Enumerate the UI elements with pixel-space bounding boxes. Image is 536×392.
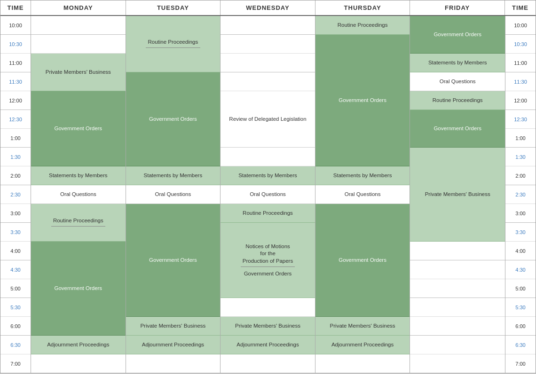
header-friday: FRIDAY bbox=[410, 0, 505, 15]
time-r-300: 3:00 bbox=[505, 204, 536, 223]
wednesday-routine: Routine Proceedings bbox=[221, 204, 315, 223]
friday-oral-questions: Oral Questions bbox=[410, 72, 505, 91]
friday-column: Government Orders Statements by Members … bbox=[410, 16, 505, 373]
wednesday-review: Review of Delegated Legislation bbox=[221, 91, 315, 148]
header-tuesday: TUESDAY bbox=[126, 0, 221, 15]
tuesday-routine-divider bbox=[146, 47, 200, 48]
wednesday-events: Review of Delegated Legislation Statemen… bbox=[221, 16, 315, 373]
time-r-1230: 12:30 bbox=[505, 110, 536, 129]
header-thursday: THURSDAY bbox=[315, 0, 410, 15]
time-200: 2:00 bbox=[0, 166, 31, 185]
time-1130: 11:30 bbox=[0, 72, 31, 91]
time-430: 4:30 bbox=[0, 260, 31, 279]
tuesday-gov-orders-1: Government Orders bbox=[126, 72, 221, 166]
thursday-statements: Statements by Members bbox=[315, 166, 410, 185]
wednesday-notices-block: Notices of Motions for the Production of… bbox=[221, 223, 315, 298]
wednesday-oral-questions: Oral Questions bbox=[221, 185, 315, 204]
time-r-230: 2:30 bbox=[505, 185, 536, 204]
monday-adjournment: Adjournment Proceedings bbox=[31, 336, 126, 354]
thursday-gov-orders-2: Government Orders bbox=[315, 204, 410, 317]
time-1100: 11:00 bbox=[0, 54, 31, 72]
time-r-630: 6:30 bbox=[505, 336, 536, 354]
header-monday: MONDAY bbox=[31, 0, 126, 15]
time-330: 3:30 bbox=[0, 223, 31, 242]
tuesday-private-members: Private Members' Business bbox=[126, 317, 221, 336]
time-1200: 12:00 bbox=[0, 91, 31, 110]
friday-private-members: Private Members' Business bbox=[410, 148, 505, 242]
time-r-530: 5:30 bbox=[505, 298, 536, 317]
time-r-1200: 12:00 bbox=[505, 91, 536, 110]
thursday-gov-orders-1: Government Orders bbox=[315, 35, 410, 166]
monday-gov-orders-2: Government Orders bbox=[31, 242, 126, 336]
grid-body: 10:00 10:30 11:00 11:30 12:00 12:30 1:00… bbox=[0, 16, 536, 373]
thursday-adjournment: Adjournment Proceedings bbox=[315, 336, 410, 354]
time-r-1130: 11:30 bbox=[505, 72, 536, 91]
monday-statements: Statements by Members bbox=[31, 166, 126, 185]
header-time-left: TIME bbox=[0, 0, 31, 15]
time-1230: 12:30 bbox=[0, 110, 31, 129]
time-r-130: 1:30 bbox=[505, 148, 536, 166]
wednesday-private-members: Private Members' Business bbox=[221, 317, 315, 336]
time-r-1030: 10:30 bbox=[505, 35, 536, 54]
friday-gov-orders-1: Government Orders bbox=[410, 16, 505, 54]
time-column-right: 10:00 10:30 11:00 11:30 12:00 12:30 1:00… bbox=[505, 16, 536, 373]
tuesday-column: Routine Proceedings Government Orders St… bbox=[126, 16, 221, 373]
friday-statements: Statements by Members bbox=[410, 54, 505, 72]
tuesday-adjournment: Adjournment Proceedings bbox=[126, 336, 221, 354]
time-500: 5:00 bbox=[0, 279, 31, 298]
time-300: 3:00 bbox=[0, 204, 31, 223]
thursday-routine: Routine Proceedings bbox=[315, 16, 410, 35]
time-r-500: 5:00 bbox=[505, 279, 536, 298]
header-time-right: TIME bbox=[505, 0, 536, 15]
header-row: TIME MONDAY TUESDAY WEDNESDAY THURSDAY F… bbox=[0, 0, 536, 16]
time-630: 6:30 bbox=[0, 336, 31, 354]
friday-routine: Routine Proceedings bbox=[410, 91, 505, 110]
monday-events: Private Members' Business Government Ord… bbox=[31, 16, 126, 373]
thursday-column: Routine Proceedings Government Orders St… bbox=[315, 16, 410, 373]
time-r-430: 4:30 bbox=[505, 260, 536, 279]
wednesday-adjournment: Adjournment Proceedings bbox=[221, 336, 315, 354]
header-wednesday: WEDNESDAY bbox=[221, 0, 315, 15]
tuesday-events: Routine Proceedings Government Orders St… bbox=[126, 16, 221, 373]
monday-routine: Routine Proceedings bbox=[31, 204, 126, 242]
monday-routine-divider bbox=[51, 226, 106, 227]
wednesday-statements: Statements by Members bbox=[221, 166, 315, 185]
time-r-100: 1:00 bbox=[505, 129, 536, 148]
time-100: 1:00 bbox=[0, 129, 31, 148]
time-130: 1:30 bbox=[0, 148, 31, 166]
time-530: 5:30 bbox=[0, 298, 31, 317]
time-r-700: 7:00 bbox=[505, 354, 536, 373]
time-r-1000: 10:00 bbox=[505, 16, 536, 35]
time-1000: 10:00 bbox=[0, 16, 31, 35]
schedule-container: TIME MONDAY TUESDAY WEDNESDAY THURSDAY F… bbox=[0, 0, 536, 374]
monday-oral-questions: Oral Questions bbox=[31, 185, 126, 204]
time-700: 7:00 bbox=[0, 354, 31, 373]
thursday-events: Routine Proceedings Government Orders St… bbox=[315, 16, 410, 373]
wednesday-column: Review of Delegated Legislation Statemen… bbox=[221, 16, 315, 373]
friday-events: Government Orders Statements by Members … bbox=[410, 16, 505, 373]
friday-gov-orders-2: Government Orders bbox=[410, 110, 505, 148]
wednesday-notices-divider bbox=[241, 267, 295, 267]
time-r-200: 2:00 bbox=[505, 166, 536, 185]
monday-private-members: Private Members' Business bbox=[31, 54, 126, 91]
time-r-330: 3:30 bbox=[505, 223, 536, 242]
time-r-600: 6:00 bbox=[505, 317, 536, 336]
tuesday-gov-orders-2: Government Orders bbox=[126, 204, 221, 317]
time-column-left: 10:00 10:30 11:00 11:30 12:00 12:30 1:00… bbox=[0, 16, 31, 373]
time-r-400: 4:00 bbox=[505, 242, 536, 260]
tuesday-statements: Statements by Members bbox=[126, 166, 221, 185]
time-r-1100: 11:00 bbox=[505, 54, 536, 72]
monday-gov-orders-1: Government Orders bbox=[31, 91, 126, 166]
time-400: 4:00 bbox=[0, 242, 31, 260]
thursday-private-members: Private Members' Business bbox=[315, 317, 410, 336]
tuesday-oral-questions: Oral Questions bbox=[126, 185, 221, 204]
time-230: 2:30 bbox=[0, 185, 31, 204]
time-1030: 10:30 bbox=[0, 35, 31, 54]
thursday-oral-questions: Oral Questions bbox=[315, 185, 410, 204]
tuesday-routine: Routine Proceedings bbox=[126, 16, 221, 72]
time-600: 6:00 bbox=[0, 317, 31, 336]
monday-column: Private Members' Business Government Ord… bbox=[31, 16, 126, 373]
